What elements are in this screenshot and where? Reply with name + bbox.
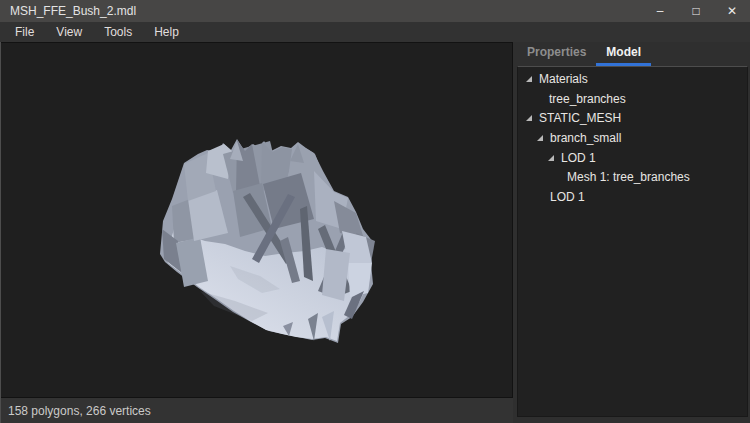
side-panel: PropertiesModel Materialstree_branchesST… — [513, 42, 750, 423]
menu-bar: FileViewToolsHelp — [0, 22, 750, 42]
tree-item-static-mesh[interactable]: STATIC_MESH — [518, 108, 747, 128]
minimize-button[interactable]: – — [642, 0, 678, 22]
app-window: MSH_FFE_Bush_2.mdl –□✕ FileViewToolsHelp… — [0, 0, 750, 423]
tab-model[interactable]: Model — [596, 42, 651, 66]
tab-properties[interactable]: Properties — [517, 42, 596, 66]
tree-item-label: Mesh 1: tree_branches — [567, 170, 690, 184]
maximize-button[interactable]: □ — [678, 0, 714, 22]
model-tree: Materialstree_branchesSTATIC_MESHbranch_… — [517, 66, 748, 417]
menu-file[interactable]: File — [4, 22, 45, 42]
tree-item-label: LOD 1 — [550, 190, 585, 204]
title-bar: MSH_FFE_Bush_2.mdl –□✕ — [0, 0, 750, 22]
expander-arrow-icon[interactable] — [526, 76, 532, 82]
tree-item-label: STATIC_MESH — [539, 111, 621, 125]
window-left-edge — [0, 42, 1, 423]
tree-item-branch-small[interactable]: branch_small — [518, 128, 747, 148]
menu-help[interactable]: Help — [143, 22, 190, 42]
tree-item-label: Materials — [539, 72, 588, 86]
expander-arrow-icon[interactable] — [548, 155, 554, 161]
tree-item-tree-branches[interactable]: tree_branches — [518, 89, 747, 109]
status-bar: 158 polygons, 266 vertices — [0, 398, 513, 423]
panel-tab-bar: PropertiesModel — [513, 42, 750, 66]
tree-item-lod-1[interactable]: LOD 1 — [518, 187, 747, 207]
window-controls: –□✕ — [642, 0, 750, 22]
bush-mesh-render — [150, 131, 380, 351]
expander-arrow-icon[interactable] — [526, 115, 532, 121]
polygon-vertex-count: 158 polygons, 266 vertices — [8, 404, 151, 418]
close-button[interactable]: ✕ — [714, 0, 750, 22]
tree-item-label: branch_small — [550, 131, 621, 145]
tree-item-label: LOD 1 — [561, 151, 596, 165]
menu-view[interactable]: View — [45, 22, 93, 42]
tree-item-lod-1[interactable]: LOD 1 — [518, 148, 747, 168]
tree-item-label: tree_branches — [549, 92, 626, 106]
expander-arrow-icon[interactable] — [537, 135, 543, 141]
tree-item-materials[interactable]: Materials — [518, 69, 747, 89]
menu-tools[interactable]: Tools — [93, 22, 143, 42]
tree-item-mesh-1-tree-branches[interactable]: Mesh 1: tree_branches — [518, 167, 747, 187]
window-title: MSH_FFE_Bush_2.mdl — [10, 4, 136, 18]
model-viewport[interactable] — [0, 42, 513, 398]
